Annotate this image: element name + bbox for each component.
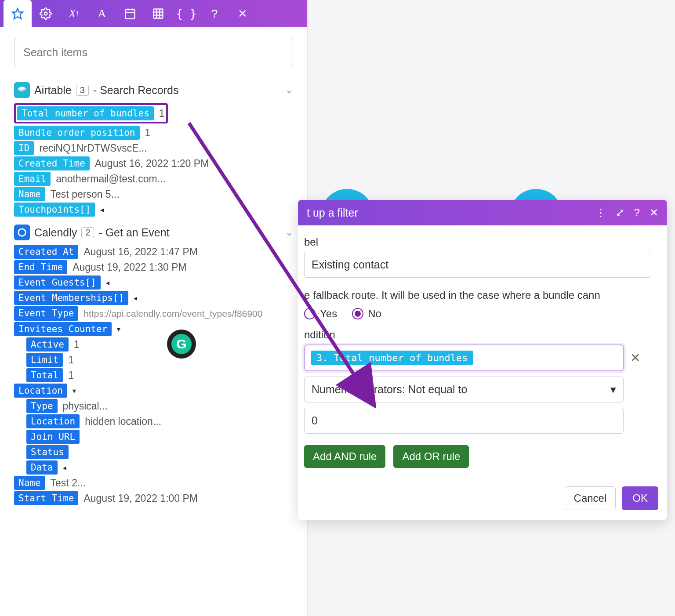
expand-icon[interactable]: ◂ <box>106 279 109 287</box>
condition-pill[interactable]: 3. Total number of bundles <box>311 351 473 365</box>
field-loc-type[interactable]: Type <box>26 399 58 413</box>
field-status[interactable]: Status <box>26 445 69 459</box>
field-created-at[interactable]: Created At <box>14 245 78 259</box>
calendly-icon <box>14 225 30 240</box>
expand-icon[interactable]: ◂ <box>63 464 66 472</box>
field-value: hidden location... <box>85 416 161 428</box>
caret-down-icon[interactable]: ▾ <box>117 325 120 333</box>
tab-text[interactable]: A <box>88 0 116 27</box>
field-bundle-pos[interactable]: Bundle order position <box>14 126 140 140</box>
svg-point-1 <box>44 12 47 15</box>
field-value: August 16, 2022 1:20 PM <box>95 158 209 170</box>
field-start-time[interactable]: Start Time <box>14 491 78 505</box>
radio-yes[interactable] <box>304 308 316 319</box>
highlighted-field: Total number of bundles 1 <box>14 103 168 123</box>
field-cname[interactable]: Name <box>14 476 45 490</box>
calendly-module-header[interactable]: Calendly 2 - Get an Event ⌄ <box>14 225 293 240</box>
field-location[interactable]: Location <box>14 384 67 398</box>
remove-condition-icon[interactable]: ✕ <box>630 351 640 365</box>
modal-header: t up a filter ⋮ ⤢ ? ✕ <box>298 200 667 225</box>
field-value: physical... <box>63 400 108 412</box>
filter-modal: t up a filter ⋮ ⤢ ? ✕ bel e fallback rou… <box>298 200 667 520</box>
modal-footer: Cancel OK <box>298 477 667 520</box>
field-total[interactable]: Total <box>26 368 63 382</box>
expand-icon[interactable]: ⤢ <box>616 207 624 219</box>
tab-math[interactable]: X1 <box>60 0 88 27</box>
calendly-name: Calendly <box>34 226 77 239</box>
add-or-button[interactable]: Add OR rule <box>393 445 469 468</box>
field-email[interactable]: Email <box>14 172 51 186</box>
radio-no[interactable] <box>352 308 363 319</box>
items-list: Airtable 3 - Search Records ⌄ Total numb… <box>0 74 307 616</box>
field-name[interactable]: Name <box>14 187 45 201</box>
field-end-time[interactable]: End Time <box>14 260 67 274</box>
modal-body: bel e fallback route. It will be used in… <box>298 225 667 477</box>
field-value: Test 2... <box>51 477 86 489</box>
label-label: bel <box>298 236 667 248</box>
field-total-bundles[interactable]: Total number of bundles <box>17 106 154 120</box>
field-value: August 19, 2022 1:30 PM <box>73 261 187 273</box>
calendly-suffix: - Get an Event <box>98 226 169 239</box>
chevron-down-icon[interactable]: ⌄ <box>285 227 293 238</box>
rule-buttons: Add AND rule Add OR rule <box>298 445 667 468</box>
tab-object[interactable]: { } <box>172 0 200 27</box>
field-value: Test person 5... <box>51 188 120 200</box>
airtable-badge: 3 <box>76 85 89 96</box>
tab-gear[interactable] <box>32 0 60 27</box>
calendly-badge: 2 <box>81 227 94 238</box>
tab-array[interactable] <box>144 0 172 27</box>
field-value: 1 <box>68 370 74 381</box>
field-id[interactable]: ID <box>14 141 34 155</box>
field-value: 1 <box>159 108 165 120</box>
tab-help[interactable]: ? <box>200 0 229 27</box>
tab-star[interactable] <box>4 0 32 27</box>
field-value: August 19, 2022 1:00 PM <box>83 493 198 504</box>
field-invitees-counter[interactable]: Invitees Counter <box>14 322 112 336</box>
label-input[interactable] <box>304 252 651 278</box>
condition-input[interactable]: 3. Total number of bundles <box>304 344 624 371</box>
cancel-button[interactable]: Cancel <box>565 486 616 510</box>
svg-rect-6 <box>154 9 163 18</box>
field-event-memberships[interactable]: Event Memberships[] <box>14 291 128 305</box>
field-event-type[interactable]: Event Type <box>14 306 78 321</box>
add-and-button[interactable]: Add AND rule <box>304 445 385 468</box>
search-input[interactable] <box>14 38 293 67</box>
field-limit[interactable]: Limit <box>26 353 63 367</box>
grammarly-badge[interactable]: G <box>167 330 196 359</box>
field-created-time[interactable]: Created Time <box>14 156 90 170</box>
field-event-guests[interactable]: Event Guests[] <box>14 275 101 290</box>
close-icon[interactable]: ✕ <box>650 207 658 219</box>
operator-select[interactable]: Numeric operators: Not equal to ▾ <box>304 377 624 402</box>
expand-icon[interactable]: ◂ <box>134 294 137 302</box>
field-join-url[interactable]: Join URL <box>26 430 80 444</box>
modal-title: t up a filter <box>307 207 358 219</box>
svg-rect-2 <box>126 10 135 19</box>
help-icon[interactable]: ? <box>634 207 640 219</box>
field-value: August 16, 2022 1:47 PM <box>83 246 198 258</box>
more-icon[interactable]: ⋮ <box>595 207 606 219</box>
chevron-down-icon: ▾ <box>610 383 616 396</box>
svg-point-11 <box>18 229 26 236</box>
airtable-module-header[interactable]: Airtable 3 - Search Records ⌄ <box>14 82 293 98</box>
field-data[interactable]: Data <box>26 460 58 475</box>
value-input[interactable] <box>304 408 624 434</box>
field-value: reciNQ1NrDTWSvscE... <box>39 142 147 154</box>
ok-button[interactable]: OK <box>622 486 658 510</box>
radio-no-label: No <box>368 308 381 320</box>
svg-marker-0 <box>12 8 22 18</box>
field-value: anothermail@test.com... <box>56 173 166 185</box>
radio-yes-label: Yes <box>320 308 337 320</box>
airtable-suffix: - Search Records <box>93 84 179 97</box>
expand-icon[interactable]: ◂ <box>100 206 104 214</box>
chevron-down-icon[interactable]: ⌄ <box>285 84 293 96</box>
caret-down-icon[interactable]: ▾ <box>73 387 76 395</box>
fallback-radio-group: Yes No <box>298 308 667 320</box>
field-touchpoints[interactable]: Touchpoints[] <box>14 203 95 217</box>
field-value: https://api.calendly.com/event_types/f86… <box>83 308 262 319</box>
condition-row: 3. Total number of bundles ✕ <box>298 344 667 371</box>
field-active[interactable]: Active <box>26 337 69 351</box>
tab-date[interactable] <box>116 0 144 27</box>
tab-close[interactable]: ✕ <box>229 0 257 27</box>
operator-value: Numeric operators: Not equal to <box>312 383 467 396</box>
field-loc-location[interactable]: Location <box>26 414 80 428</box>
